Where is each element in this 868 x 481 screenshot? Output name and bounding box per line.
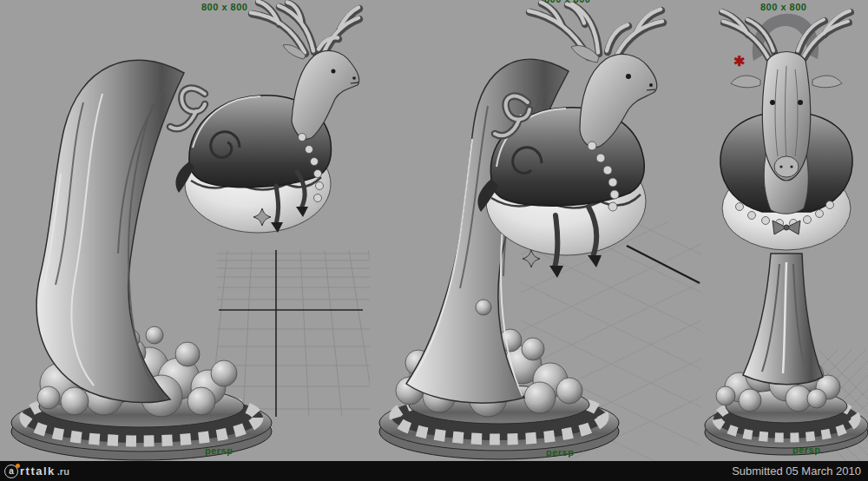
left-view xyxy=(11,2,400,461)
camera-label-right: persp xyxy=(792,445,820,455)
selection-asterisk-icon: ✱ xyxy=(733,55,745,69)
resolution-label-right: 800 x 800 xyxy=(760,2,806,12)
logo-circle-a-icon: a xyxy=(4,465,18,478)
logo-domain: .ru xyxy=(57,466,69,477)
right-column xyxy=(743,254,823,385)
camera-label-middle: persp xyxy=(546,447,574,458)
right-deer xyxy=(720,11,852,251)
3d-viewport-canvas[interactable] xyxy=(0,0,868,461)
camera-label-left: persp xyxy=(205,445,233,456)
footer-bar: a rttalk .ru Submitted 05 March 2010 xyxy=(0,461,868,481)
left-trunk xyxy=(36,60,184,402)
left-deer xyxy=(170,2,359,234)
logo-text: rttalk xyxy=(20,465,56,478)
submitted-text: Submitted 05 March 2010 xyxy=(732,465,861,478)
right-view xyxy=(705,11,868,462)
resolution-label-left: 800 x 800 xyxy=(201,2,247,12)
left-grid xyxy=(210,250,400,417)
arttalk-logo[interactable]: a rttalk .ru xyxy=(4,465,69,478)
resolution-label-middle: 800 x 800 xyxy=(544,0,590,4)
screenshot-root: 800 x 800 800 x 800 800 x 800 persp pers… xyxy=(0,0,868,481)
middle-deer xyxy=(477,3,663,279)
middle-axis-line xyxy=(627,246,700,283)
middle-view xyxy=(379,3,701,462)
